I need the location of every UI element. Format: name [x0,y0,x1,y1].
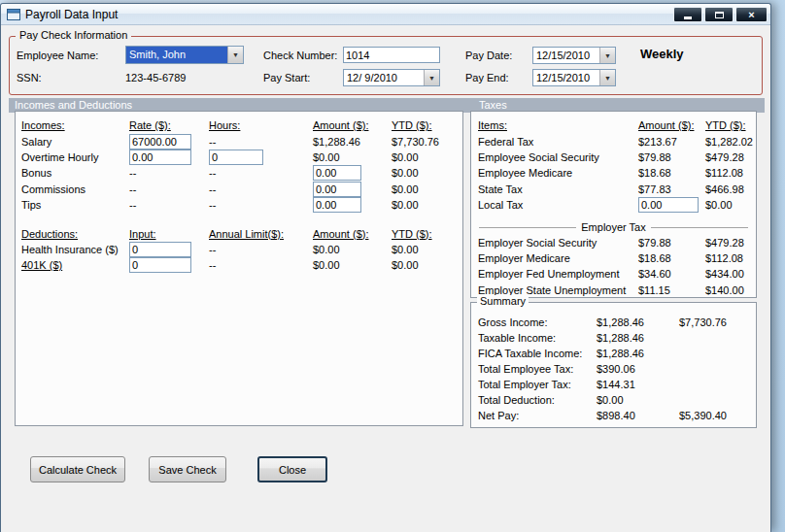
bonus-amount-input[interactable] [313,165,361,181]
local-tax-input[interactable] [638,197,699,213]
pay-frequency-text: Weekly [640,47,684,61]
pay-end-datepicker[interactable]: 12/15/2010 ▼ [532,69,616,86]
ssn-label: SSN: [17,72,42,83]
deduction-row-401k: 401K ($) -- $0.00 $0.00 [16,257,462,273]
check-number-input[interactable] [343,47,440,63]
col-header-ytd: YTD ($): [392,228,462,240]
ytd-value: $112.08 [705,167,756,179]
payroll-dialog-window: Payroll Data Input × Pay Check Informati… [0,3,771,532]
401k-link[interactable]: 401K ($) [21,259,129,271]
ytd-value: $7,730.76 [392,136,462,148]
tips-amount-input[interactable] [313,197,361,213]
tax-label: Employee Medicare [478,167,638,179]
divider-line [479,227,576,228]
pay-start-datepicker[interactable]: 12/ 9/2010 ▼ [343,69,440,86]
save-check-button[interactable]: Save Check [149,456,226,482]
summary-row-total-deduction: Total Deduction: $0.00 [471,392,756,408]
col-header-ytd: YTD ($): [392,119,462,131]
col-header-deductions: Deductions: [21,228,129,240]
employer-tax-divider: Employer Tax [479,220,748,234]
paycheck-group-label: Pay Check Information [16,29,131,41]
amount-value: $79.88 [638,151,705,163]
ytd-value: $0.00 [392,199,462,211]
employee-name-combobox[interactable]: Smith, John ▼ [125,46,244,64]
amount-value: $390.06 [597,363,679,375]
chevron-down-icon[interactable]: ▼ [599,70,615,85]
amount-value: $213.67 [638,136,705,148]
title-bar[interactable]: Payroll Data Input × [1,4,770,25]
amount-value: $898.40 [597,410,679,421]
commissions-amount-input[interactable] [313,182,361,197]
ytd-value: $0.00 [392,167,462,179]
summary-label: Total Deduction: [478,394,597,406]
overtime-hours-input[interactable] [209,150,263,165]
minimize-button[interactable] [673,7,702,22]
salary-rate-input[interactable] [129,134,191,150]
amount-value: $1,288.46 [597,316,679,328]
amount-value: $1,288.46 [597,332,679,344]
close-button[interactable]: Close [257,456,327,482]
ytd-value: $479.28 [705,237,756,249]
tax-row-state: State Tax $77.83 $466.98 [471,182,756,197]
summary-row-gross: Gross Income: $1,288.46 $7,730.76 [471,315,756,330]
ssn-value: 123-45-6789 [125,72,186,83]
ytd-value: $1,282.02 [705,136,756,148]
maximize-icon [715,12,724,18]
divider-line [651,227,748,228]
close-icon: × [748,10,754,20]
chevron-down-icon[interactable]: ▼ [599,48,615,63]
ytd-value: $112.08 [705,252,756,264]
pay-end-value: 12/15/2010 [533,70,599,85]
tax-label: Employer Social Security [478,237,638,249]
employer-tax-label: Employer Tax [576,221,650,233]
maximize-button[interactable] [704,7,734,22]
ytd-value: $0.00 [392,183,462,195]
chevron-down-icon[interactable]: ▼ [424,70,439,85]
col-header-items: Items: [478,119,638,131]
col-header-hours: Hours: [209,119,313,131]
rate-value: -- [129,167,209,179]
summary-label: Total Employee Tax: [478,363,597,375]
health-insurance-input[interactable] [129,242,191,257]
close-window-button[interactable]: × [735,7,768,22]
hours-value: -- [209,183,313,195]
window-title: Payroll Data Input [25,8,118,21]
pay-date-datepicker[interactable]: 12/15/2010 ▼ [532,47,616,64]
income-row-overtime: Overtime Hourly $0.00 $0.00 [16,150,462,165]
limit-value: -- [209,259,313,271]
summary-row-fica-taxable: FICA Taxable Income: $1,288.46 [471,346,756,361]
ytd-value: $0.00 [392,151,462,163]
summary-group-label: Summary [477,295,529,307]
ytd-value: $0.00 [392,244,462,255]
income-label: Salary [21,136,129,148]
summary-row-total-employee-tax: Total Employee Tax: $390.06 [471,361,756,377]
summary-label: Total Employer Tax: [478,379,597,390]
amount-value: $1,288.46 [313,136,392,148]
income-label: Tips [21,199,129,211]
limit-value: -- [209,244,313,255]
income-label: Bonus [21,167,129,179]
income-label: Overtime Hourly [21,151,129,163]
overtime-rate-input[interactable] [129,150,191,165]
chevron-down-icon[interactable]: ▼ [227,47,243,63]
amount-value: $79.88 [638,237,705,249]
check-number-label: Check Number: [263,50,337,61]
ytd-value: $5,390.40 [679,410,756,421]
col-header-amount: Amount ($): [313,119,392,131]
tax-row-employee-medicare: Employee Medicare $18.68 $112.08 [471,165,756,181]
tax-label: State Tax [478,183,638,195]
tax-label: Local Tax [478,199,638,211]
employee-name-label: Employee Name: [17,50,98,61]
income-label: Commissions [21,183,129,195]
amount-value: $0.00 [597,394,679,406]
deductions-header-row: Deductions: Input: Annual Limit($): Amou… [16,225,462,241]
col-header-ytd: YTD ($): [705,119,756,131]
tax-label: Employer State Unemployment [478,284,638,296]
401k-input[interactable] [129,257,191,273]
amount-value: $18.68 [638,167,705,179]
income-row-commissions: Commissions -- -- $0.00 [16,182,462,197]
calculate-check-button[interactable]: Calculate Check [30,456,125,482]
summary-group: Summary Gross Income: $1,288.46 $7,730.7… [470,302,757,428]
summary-label: Gross Income: [478,316,597,328]
pay-end-label: Pay End: [465,72,509,83]
